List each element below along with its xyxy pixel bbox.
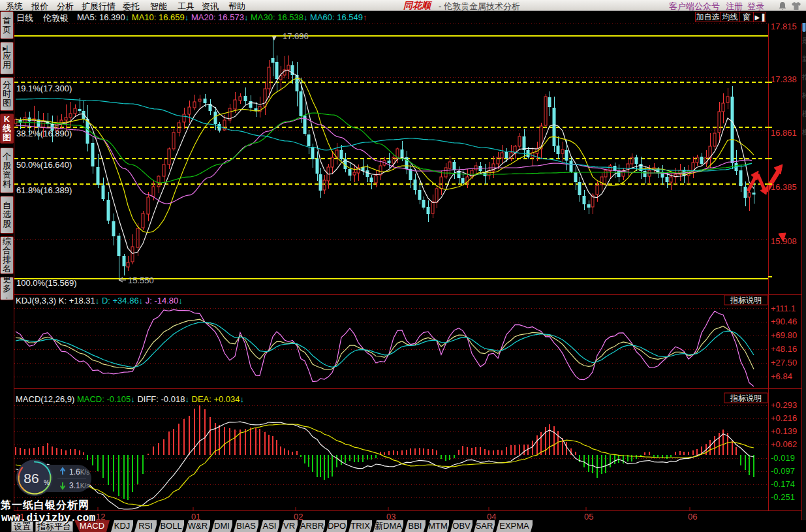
svg-text:+69.80: +69.80	[771, 330, 797, 340]
svg-text:-0.097: -0.097	[771, 466, 795, 476]
svg-text:17.696: 17.696	[283, 31, 309, 41]
svg-text:+111.1: +111.1	[771, 304, 796, 313]
svg-text:MACD(12,26,9) MACD: -0.105↓ DI: MACD(12,26,9) MACD: -0.105↓ DIFF: -0.018…	[16, 394, 244, 404]
svg-text:16.861: 16.861	[771, 128, 797, 138]
svg-text:+6.84: +6.84	[771, 371, 792, 381]
svg-text:-0.019: -0.019	[771, 453, 795, 463]
svg-text:+0.293: +0.293	[771, 400, 797, 410]
svg-text:%: %	[44, 479, 50, 486]
svg-text:指标说明: 指标说明	[730, 394, 762, 403]
svg-text:标: 标	[801, 91, 806, 99]
svg-text:19.1%(17.300): 19.1%(17.300)	[16, 84, 72, 93]
svg-text:模: 模	[802, 110, 806, 117]
svg-text:86: 86	[23, 471, 39, 486]
svg-text:+0.062: +0.062	[771, 439, 797, 449]
svg-text:指标说明: 指标说明	[730, 296, 762, 305]
svg-text:16.385: 16.385	[771, 182, 797, 192]
svg-text:1.6K/s: 1.6K/s	[69, 467, 89, 477]
svg-text:+0.139: +0.139	[771, 426, 797, 436]
svg-text:3.1K/s: 3.1K/s	[69, 481, 89, 490]
svg-text:+0.216: +0.216	[771, 413, 797, 423]
svg-text:+48.16: +48.16	[771, 344, 797, 354]
svg-text:38.2%(16.890): 38.2%(16.890)	[16, 129, 72, 138]
svg-text:指: 指	[801, 73, 806, 81]
svg-text:新: 新	[802, 55, 806, 63]
svg-text:61.8%(16.389): 61.8%(16.389)	[16, 185, 72, 195]
svg-text:15.908: 15.908	[771, 236, 797, 246]
svg-text:板: 板	[801, 128, 806, 136]
svg-text:KDJ(9,3,3) K: +18.31↓ D: +34.8: KDJ(9,3,3) K: +18.31↓ D: +34.86↓ J: -14.…	[16, 296, 183, 305]
svg-text:+90.46: +90.46	[771, 317, 797, 326]
svg-text:最: 最	[802, 37, 806, 44]
svg-text:15.550: 15.550	[128, 275, 154, 285]
svg-text:-0.174: -0.174	[771, 479, 795, 489]
svg-text:+27.50: +27.50	[771, 358, 797, 368]
svg-text:50.0%(16.640): 50.0%(16.640)	[16, 160, 72, 170]
svg-text:17.815: 17.815	[771, 22, 797, 31]
svg-text:17.338: 17.338	[771, 74, 797, 84]
svg-text:100.0%(15.569): 100.0%(15.569)	[16, 278, 77, 288]
svg-text:-0.251: -0.251	[771, 492, 795, 502]
